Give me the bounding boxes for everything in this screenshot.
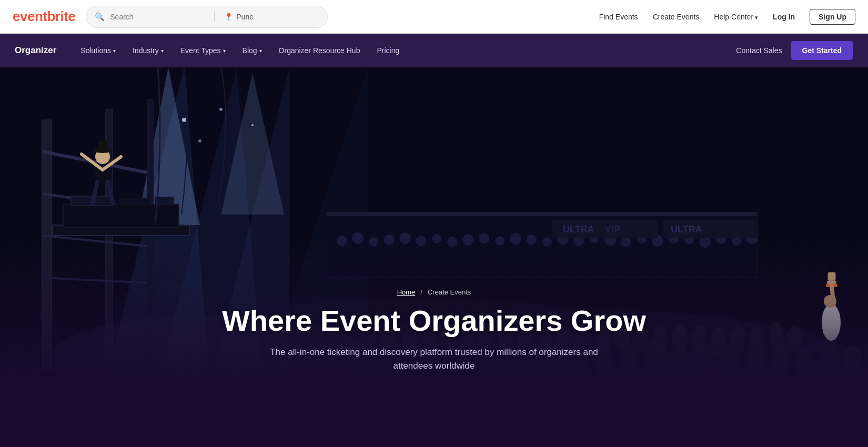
secondary-nav-items: Solutions ▾ Industry ▾ Event Types ▾ Blo…	[73, 42, 736, 59]
top-navigation: eventbrite 🔍 📍 Pune Find Events Create E…	[0, 0, 868, 34]
industry-nav-item[interactable]: Industry ▾	[125, 42, 171, 59]
svg-rect-17	[118, 198, 150, 205]
location-pin-icon: 📍	[224, 13, 233, 21]
svg-text:ULTRA: ULTRA	[563, 224, 594, 235]
location-text: Pune	[236, 13, 254, 21]
svg-point-119	[219, 108, 223, 111]
hero-title: Where Event Organizers Grow	[0, 304, 868, 337]
industry-chevron-icon: ▾	[161, 48, 164, 54]
bottom-strip	[0, 383, 868, 394]
blog-nav-item[interactable]: Blog ▾	[235, 42, 269, 59]
breadcrumb-separator: /	[420, 288, 422, 296]
svg-point-118	[182, 118, 186, 122]
hero-section: ULTRA VIP ULTRA	[0, 67, 868, 383]
svg-rect-22	[98, 141, 107, 151]
solutions-chevron-icon: ▾	[113, 48, 116, 54]
pricing-nav-item[interactable]: Pricing	[369, 42, 407, 59]
svg-text:VIP: VIP	[605, 224, 620, 235]
search-input[interactable]	[110, 13, 205, 21]
hero-subtitle: The all-in-one ticketing and discovery p…	[250, 346, 618, 372]
secondary-navigation: Organizer Solutions ▾ Industry ▾ Event T…	[0, 34, 868, 67]
search-bar[interactable]: 🔍 📍 Pune	[86, 6, 328, 28]
breadcrumb: Home / Create Events	[0, 288, 868, 296]
search-divider	[214, 12, 215, 22]
help-center-link[interactable]: Help Center	[714, 13, 758, 21]
breadcrumb-home-link[interactable]: Home	[397, 288, 416, 296]
svg-rect-28	[326, 212, 758, 216]
blog-chevron-icon: ▾	[259, 48, 262, 54]
svg-rect-15	[63, 204, 179, 228]
logo[interactable]: eventbrite	[13, 8, 75, 25]
event-types-nav-item[interactable]: Event Types ▾	[173, 42, 233, 59]
solutions-nav-item[interactable]: Solutions ▾	[73, 42, 123, 59]
find-events-link[interactable]: Find Events	[599, 13, 638, 21]
create-events-link[interactable]: Create Events	[653, 13, 700, 21]
contact-sales-link[interactable]: Contact Sales	[736, 46, 782, 55]
logo-text: eventbrite	[13, 8, 75, 24]
get-started-button[interactable]: Get Started	[791, 41, 853, 60]
search-icon: 🔍	[95, 12, 105, 22]
breadcrumb-current: Create Events	[428, 288, 471, 296]
top-nav-links: Find Events Create Events Help Center Lo…	[599, 9, 855, 25]
secondary-nav-right: Contact Sales Get Started	[736, 41, 853, 60]
hero-content: Home / Create Events Where Event Organiz…	[0, 288, 868, 383]
event-types-chevron-icon: ▾	[223, 48, 226, 54]
organizer-label: Organizer	[15, 45, 56, 56]
organizer-resource-hub-nav-item[interactable]: Organizer Resource Hub	[271, 42, 368, 59]
log-in-button[interactable]: Log In	[773, 13, 795, 21]
svg-text:ULTRA: ULTRA	[671, 224, 702, 235]
svg-point-120	[251, 124, 254, 126]
sign-up-button[interactable]: Sign Up	[810, 9, 855, 25]
svg-point-121	[198, 139, 201, 143]
location-selector[interactable]: 📍 Pune	[224, 13, 254, 21]
